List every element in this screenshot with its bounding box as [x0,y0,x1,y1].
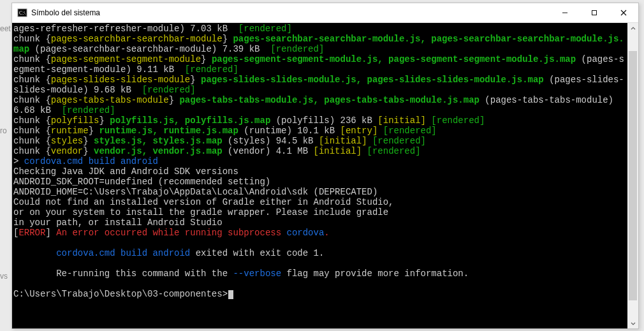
scrollbar-track[interactable] [627,34,638,318]
scrollbar-thumb[interactable] [629,51,637,301]
maximize-button[interactable] [580,3,609,22]
cmd-icon: C:\ [17,8,27,18]
titlebar[interactable]: C:\ Símbolo del sistema [12,3,638,23]
close-icon [620,10,627,16]
window-title: Símbolo del sistema [31,8,100,17]
cmd-window: C:\ Símbolo del sistema ages-refresher-r… [11,3,639,329]
chevron-down-icon [631,321,636,326]
desktop: eet ro vs C:\ Símbolo del sistema ages-r… [0,0,644,331]
background-text: eet [0,24,11,33]
close-button[interactable] [609,3,638,22]
background-text: ro [0,126,7,135]
vertical-scrollbar[interactable] [627,23,638,328]
svg-text:C:\: C:\ [19,10,26,16]
terminal-output[interactable]: ages-refresher-refresher-module) 7.03 kB… [12,23,627,328]
chevron-up-icon [631,26,636,31]
maximize-icon [591,10,597,16]
terminal-area: ages-refresher-refresher-module) 7.03 kB… [12,23,638,328]
minimize-button[interactable] [550,3,580,22]
minimize-icon [562,10,568,16]
background-text: vs [0,272,8,281]
svg-rect-3 [592,11,597,15]
scroll-up-button[interactable] [627,23,638,34]
scroll-down-button[interactable] [627,318,638,328]
